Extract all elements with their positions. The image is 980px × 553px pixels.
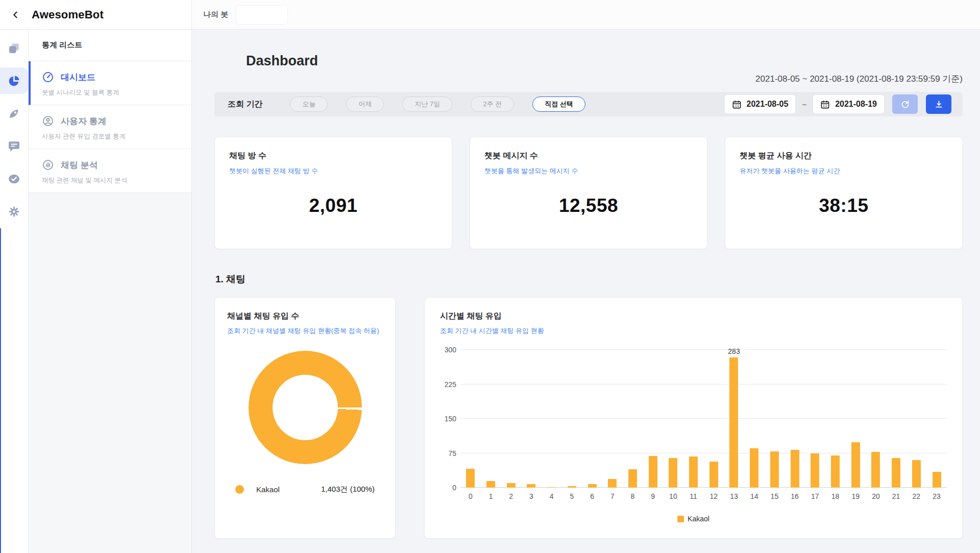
bar-column-16 [785,350,805,488]
rail-item-approval[interactable] [0,165,28,192]
preset-last7days[interactable]: 지난 7일 [402,97,452,112]
sidebar-item-chat-analysis[interactable]: 채팅 분석 채팅 관련 채널 및 메시지 분석 [29,149,191,193]
bar-chart-title: 시간별 채팅 유입 [440,311,947,322]
preset-2weeks[interactable]: 2주 전 [471,97,514,112]
donut-legend: Kakaol 1,403건 (100%) [227,485,383,494]
chat-bubble-icon [8,140,20,153]
bar-hour-17 [811,453,819,488]
date-range-text: 2021-08-05 ~ 2021-08-19 (2021-08-19 23:5… [214,73,963,85]
bar-hour-0 [466,469,475,488]
bar-column-10 [663,350,683,488]
bar-column-9 [643,350,663,488]
sidebar-menu: 통계 리스트 대시보드 봇별 시나리오 및 블록 통계 사용자 통계 사용자 관… [29,30,192,553]
bar-hour-22 [912,460,921,488]
stat-desc: 챗봇이 실행된 전체 채팅 방 수 [229,166,437,176]
download-icon [934,100,944,109]
bar-column-8 [623,350,643,488]
stat-value: 38:15 [740,195,948,217]
bar-column-4 [542,350,562,488]
x-tick-12: 12 [703,492,724,500]
refresh-icon [900,100,910,109]
legend-square [677,516,684,522]
stat-desc: 챗봇을 통해 발생되는 메시지 수 [484,166,693,176]
icon-rail [0,30,29,553]
preset-today[interactable]: 오늘 [290,97,328,112]
bar-column-6 [582,350,602,488]
x-tick-3: 3 [521,492,542,500]
rail-item-scenarios[interactable] [0,35,28,61]
date-to-picker[interactable]: 2021-08-19 [813,95,884,113]
stat-title: 챗봇 평균 사용 시간 [740,151,948,161]
pie-chart-icon [8,75,20,87]
donut-hole [273,375,338,440]
sidebar-header: 통계 리스트 [29,30,191,61]
sidebar-filler [29,193,191,553]
back-chevron-icon[interactable] [8,7,23,22]
rail-item-chat[interactable] [0,133,28,159]
app-logo: AwesomeBot [32,8,104,21]
legend-series-name: Kakaol [688,515,709,523]
x-tick-1: 1 [481,492,501,500]
bar-hour-14 [750,448,758,488]
donut-chart-subtitle: 조회 기간 내 채널별 채팅 유입 현황(중복 접속 허용) [227,326,383,335]
section-title-chat: 1. 채팅 [215,273,963,286]
sidebar-item-dashboard[interactable]: 대시보드 봇별 시나리오 및 블록 통계 [29,61,191,105]
bot-name-box[interactable] [236,6,287,24]
bar-hour-12 [709,462,718,488]
x-tick-4: 4 [542,492,562,500]
bar-column-18 [825,350,846,488]
stat-card-avg-usage-time: 챗봇 평균 사용 시간 유저가 챗봇을 사용하는 평균 시간 38:15 [725,137,963,249]
bar-hour-4 [547,487,556,488]
bar-chart-subtitle: 조회 기간 내 시간별 채팅 유입 현황 [440,326,947,335]
sidebar-item-desc: 사용자 관련 유입 경로별 통계 [42,132,182,141]
x-tick-17: 17 [805,492,825,500]
stat-card-bot-messages: 챗봇 메시지 수 챗봇을 통해 발생되는 메시지 수 12,558 [470,137,707,249]
bar-column-14 [744,350,765,488]
download-button[interactable] [926,94,951,114]
donut-chart [249,351,362,464]
bar-hour-23 [933,472,941,488]
page-title: Dashboard [246,53,963,69]
bar-hour-9 [649,456,657,488]
rail-item-deploy[interactable] [0,100,28,127]
stat-cards-row: 채팅 방 수 챗봇이 실행된 전체 채팅 방 수 2,091 챗봇 메시지 수 … [214,137,963,249]
preset-custom[interactable]: 직접 선택 [532,97,585,112]
x-tick-10: 10 [663,492,683,500]
x-tick-15: 15 [765,492,785,500]
sidebar-item-user-stats[interactable]: 사용자 통계 사용자 관련 유입 경로별 통계 [29,105,191,149]
bar-yaxis: 075150225300 [440,350,460,488]
rail-item-settings[interactable] [0,198,28,225]
refresh-button[interactable] [892,94,918,114]
bar-hour-6 [588,484,597,488]
legend-dot [235,485,244,494]
rail-edge-line [0,228,1,553]
bar-column-22 [906,350,926,488]
bar-hour-3 [527,484,535,488]
x-tick-5: 5 [562,492,582,500]
date-from-picker[interactable]: 2021-08-05 [725,95,796,113]
bar-column-15 [765,350,785,488]
preset-yesterday[interactable]: 어제 [346,97,384,112]
stat-title: 채팅 방 수 [229,151,437,161]
rail-item-statistics[interactable] [0,67,28,94]
topbar: AwesomeBot 나의 봇 [0,0,980,30]
bar-hour-19 [851,442,860,488]
bar-column-12 [703,350,724,488]
x-tick-11: 11 [683,492,704,500]
stat-card-chat-rooms: 채팅 방 수 챗봇이 실행된 전체 채팅 방 수 2,091 [214,137,452,249]
tilde-separator: ~ [802,100,806,109]
bar-column-23 [926,350,947,488]
calendar-icon [820,100,830,109]
bar-hour-2 [507,483,516,488]
bar-column-0 [460,350,481,488]
x-tick-2: 2 [501,492,521,500]
y-tick: 75 [448,449,456,458]
legend-channel-value: 1,403건 (100%) [321,485,375,494]
bar-hour-1 [486,481,495,488]
bar-column-2 [501,350,521,488]
stat-title: 챗봇 메시지 수 [484,151,693,161]
stat-value: 2,091 [229,195,437,217]
x-tick-23: 23 [926,492,947,500]
bar-column-21 [886,350,906,488]
x-tick-21: 21 [886,492,906,500]
